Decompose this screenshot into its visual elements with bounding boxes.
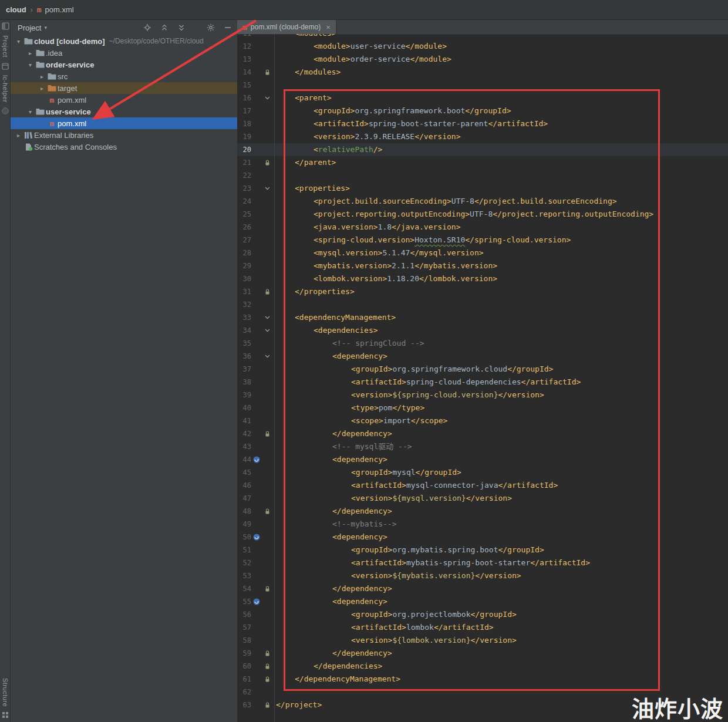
code-line-24[interactable]: 24<project.build.sourceEncoding>UTF-8</p…: [237, 195, 728, 208]
stripe-tab-lc-helper[interactable]: lc-helper: [2, 75, 9, 103]
tree-item-user-service[interactable]: ▾user-service: [11, 106, 237, 117]
code-line-52[interactable]: 52<artifactId>mybatis-spring-boot-starte…: [237, 556, 728, 569]
code-line-47[interactable]: 47<version>${mysql.version}</version>: [237, 492, 728, 505]
code-line-36[interactable]: 36<dependency>: [237, 350, 728, 363]
fold-end-lock-icon[interactable]: [262, 66, 272, 79]
fold-end-lock-icon[interactable]: [262, 156, 272, 169]
code-line-42[interactable]: 42</dependency>: [237, 427, 728, 440]
tool-window-icon[interactable]: [2, 22, 9, 30]
code-line-14[interactable]: 14</modules>: [237, 66, 728, 79]
expand-all-icon[interactable]: [177, 23, 186, 32]
tree-item-pom-xml[interactable]: mpom.xml: [11, 117, 237, 129]
tree-item-idea[interactable]: ▸.idea: [11, 47, 237, 59]
maven-dependency-icon[interactable]: [251, 595, 262, 608]
code-line-59[interactable]: 59</dependency>: [237, 647, 728, 660]
fold-start-icon[interactable]: [262, 350, 272, 363]
code-line-34[interactable]: 34<dependencies>: [237, 324, 728, 337]
fold-start-icon[interactable]: [262, 324, 272, 337]
tree-item-target[interactable]: ▸target: [11, 82, 237, 94]
chevron-collapsed-icon[interactable]: ▸: [38, 85, 46, 92]
code-line-12[interactable]: 12<module>user-service</module>: [237, 40, 728, 53]
close-icon[interactable]: ×: [326, 23, 331, 31]
chevron-expanded-icon[interactable]: ▾: [26, 109, 35, 115]
code-line-57[interactable]: 57<artifactId>lombok</artifactId>: [237, 621, 728, 634]
code-line-29[interactable]: 29<mybatis.version>2.1.1</mybatis.versio…: [237, 259, 728, 272]
tree-item-scratches-and-consoles[interactable]: Scratches and Consoles: [11, 141, 237, 153]
code-line-30[interactable]: 30<lombok.version>1.18.20</lombok.versio…: [237, 272, 728, 285]
code-line-48[interactable]: 48</dependency>: [237, 505, 728, 518]
tab-pom-xml[interactable]: m pom.xml (cloud-demo) ×: [237, 20, 336, 34]
fold-end-lock-icon[interactable]: [262, 427, 272, 440]
code-line-28[interactable]: 28<mysql.version>5.1.47</mysql.version>: [237, 247, 728, 259]
code-editor[interactable]: 11<modules>12<module>user-service</modul…: [237, 34, 728, 722]
code-line-25[interactable]: 25<project.reporting.outputEncoding>UTF-…: [237, 208, 728, 221]
fold-end-lock-icon[interactable]: [262, 699, 272, 711]
tree-item-src[interactable]: ▸src: [11, 70, 237, 82]
collapse-all-icon[interactable]: [160, 23, 169, 32]
code-line-55[interactable]: 55<dependency>: [237, 595, 728, 608]
code-line-23[interactable]: 23<properties>: [237, 182, 728, 195]
code-line-22[interactable]: 22: [237, 169, 728, 182]
grid-icon[interactable]: [2, 711, 9, 718]
code-line-18[interactable]: 18<artifactId>spring-boot-starter-parent…: [237, 117, 728, 130]
code-line-41[interactable]: 41<scope>import</scope>: [237, 414, 728, 427]
code-line-27[interactable]: 27<spring-cloud.version>Hoxton.SR10</spr…: [237, 234, 728, 247]
code-line-16[interactable]: 16<parent>: [237, 92, 728, 104]
code-line-39[interactable]: 39<version>${spring-cloud.version}</vers…: [237, 389, 728, 402]
code-line-43[interactable]: 43<!-- mysql驱动 -->: [237, 440, 728, 453]
chevron-collapsed-icon[interactable]: ▸: [38, 73, 46, 80]
code-line-33[interactable]: 33<dependencyManagement>: [237, 311, 728, 324]
code-line-37[interactable]: 37<groupId>org.springframework.cloud</gr…: [237, 363, 728, 376]
code-line-53[interactable]: 53<version>${mybatis.version}</version>: [237, 569, 728, 582]
hide-icon[interactable]: [223, 23, 232, 32]
fold-end-lock-icon[interactable]: [262, 582, 272, 595]
code-line-35[interactable]: 35<!-- springCloud -->: [237, 337, 728, 350]
fold-end-lock-icon[interactable]: [262, 505, 272, 518]
code-line-40[interactable]: 40<type>pom</type>: [237, 402, 728, 414]
stripe-tab-project[interactable]: Project: [2, 35, 9, 58]
fold-start-icon[interactable]: [262, 92, 272, 104]
tree-item-external-libraries[interactable]: ▸External Libraries: [11, 129, 237, 141]
code-line-15[interactable]: 15: [237, 79, 728, 92]
code-line-46[interactable]: 46<artifactId>mysql-connector-java</arti…: [237, 479, 728, 492]
code-line-49[interactable]: 49<!--mybatis-->: [237, 518, 728, 531]
code-line-21[interactable]: 21</parent>: [237, 156, 728, 169]
code-line-13[interactable]: 13<module>order-service</module>: [237, 53, 728, 66]
tree-item-pom-xml[interactable]: mpom.xml: [11, 94, 237, 106]
breadcrumb-file[interactable]: pom.xml: [45, 5, 74, 14]
fold-end-lock-icon[interactable]: [262, 647, 272, 660]
locate-icon[interactable]: [143, 23, 152, 32]
code-line-62[interactable]: 62: [237, 686, 728, 699]
code-line-19[interactable]: 19<version>2.3.9.RELEASE</version>: [237, 130, 728, 143]
project-panel-title[interactable]: Project: [18, 23, 41, 32]
chevron-expanded-icon[interactable]: ▾: [14, 38, 23, 45]
settings-icon[interactable]: [206, 23, 215, 32]
code-line-17[interactable]: 17<groupId>org.springframework.boot</gro…: [237, 104, 728, 117]
fold-start-icon[interactable]: [262, 182, 272, 195]
maven-dependency-icon[interactable]: [251, 531, 262, 544]
fold-end-lock-icon[interactable]: [262, 660, 272, 673]
maven-dependency-icon[interactable]: [251, 453, 262, 466]
chevron-down-icon[interactable]: ▾: [44, 25, 47, 31]
code-line-60[interactable]: 60</dependencies>: [237, 660, 728, 673]
fold-start-icon[interactable]: [262, 311, 272, 324]
code-line-38[interactable]: 38<artifactId>spring-cloud-dependencies<…: [237, 376, 728, 389]
code-line-26[interactable]: 26<java.version>1.8</java.version>: [237, 221, 728, 234]
code-line-61[interactable]: 61</dependencyManagement>: [237, 673, 728, 686]
code-line-45[interactable]: 45<groupId>mysql</groupId>: [237, 466, 728, 479]
plugin-circle-icon[interactable]: [2, 107, 9, 114]
code-line-11[interactable]: 11<modules>: [237, 34, 728, 40]
fold-end-lock-icon[interactable]: [262, 673, 272, 686]
breadcrumb-project[interactable]: cloud: [6, 5, 26, 14]
tree-item-cloud-cloud-demo[interactable]: ▾cloud [cloud-demo]~/Desktop/code/OTHER/…: [11, 35, 237, 47]
code-line-54[interactable]: 54</dependency>: [237, 582, 728, 595]
chevron-collapsed-icon[interactable]: ▸: [14, 132, 23, 139]
code-line-32[interactable]: 32: [237, 298, 728, 311]
window-icon[interactable]: [2, 63, 9, 70]
tree-item-order-service[interactable]: ▾order-service: [11, 59, 237, 70]
code-line-56[interactable]: 56<groupId>org.projectlombok</groupId>: [237, 608, 728, 621]
chevron-collapsed-icon[interactable]: ▸: [26, 50, 35, 56]
chevron-expanded-icon[interactable]: ▾: [26, 62, 35, 68]
code-line-44[interactable]: 44<dependency>: [237, 453, 728, 466]
fold-end-lock-icon[interactable]: [262, 285, 272, 298]
